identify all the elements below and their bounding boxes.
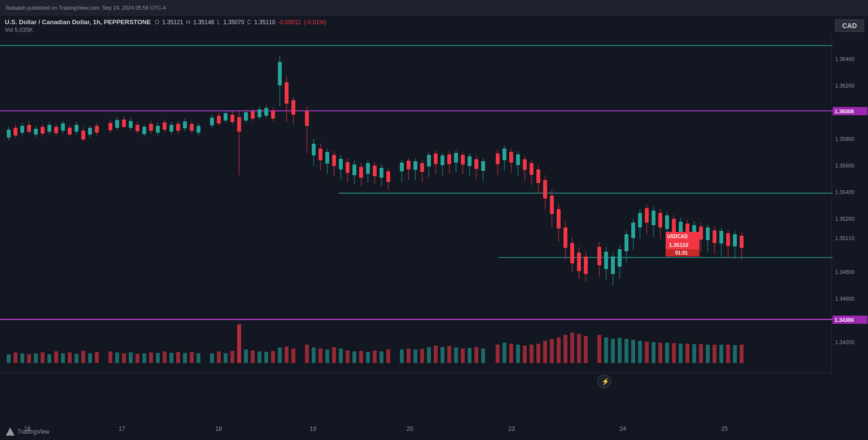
volume-line: Vol 5.035K: [5, 27, 326, 33]
svg-rect-287: [285, 347, 289, 363]
svg-rect-317: [509, 344, 513, 363]
svg-rect-276: [210, 353, 214, 363]
svg-rect-259: [81, 351, 85, 363]
svg-rect-173: [474, 159, 478, 169]
svg-rect-296: [352, 351, 356, 363]
svg-rect-129: [319, 149, 322, 160]
svg-rect-185: [523, 159, 527, 170]
svg-rect-269: [156, 353, 160, 363]
svg-rect-105: [230, 115, 234, 122]
chart-svg: 1.36400 1.36200 1.36000 1.35800 1.35600 …: [0, 15, 868, 440]
svg-rect-342: [685, 344, 689, 363]
svg-rect-308: [441, 347, 444, 363]
svg-rect-169: [461, 155, 465, 165]
change-pct: (-0.01%): [304, 19, 326, 26]
svg-rect-260: [88, 353, 92, 363]
svg-rect-143: [366, 163, 370, 174]
svg-rect-85: [156, 126, 160, 133]
svg-rect-65: [81, 131, 85, 139]
svg-rect-333: [624, 339, 628, 363]
svg-rect-181: [509, 152, 513, 163]
tradingview-logo: TradingView: [5, 426, 49, 437]
svg-rect-115: [264, 108, 268, 116]
svg-rect-299: [373, 350, 377, 363]
svg-rect-137: [346, 162, 350, 173]
svg-rect-334: [631, 340, 635, 363]
low-val: 1.35070: [223, 19, 244, 26]
svg-rect-51: [34, 129, 38, 135]
svg-rect-45: [14, 128, 17, 136]
svg-rect-253: [41, 352, 45, 363]
svg-rect-268: [149, 352, 153, 363]
svg-rect-255: [54, 351, 58, 363]
svg-rect-101: [217, 116, 221, 123]
svg-rect-319: [523, 346, 527, 363]
svg-text:1.36400: 1.36400: [835, 56, 854, 62]
high-val: 1.35148: [193, 19, 214, 26]
svg-rect-217: [638, 213, 642, 228]
svg-rect-159: [427, 155, 431, 167]
svg-rect-262: [108, 351, 112, 363]
svg-rect-288: [291, 349, 295, 363]
svg-rect-265: [129, 352, 133, 363]
svg-rect-275: [197, 353, 200, 363]
svg-rect-322: [543, 341, 547, 363]
close-label: C: [247, 19, 252, 26]
svg-rect-251: [27, 354, 31, 363]
cad-button[interactable]: CAD: [835, 19, 864, 32]
svg-rect-330: [604, 337, 608, 363]
svg-rect-256: [61, 353, 65, 363]
svg-text:18: 18: [215, 425, 222, 432]
svg-rect-274: [190, 352, 194, 363]
svg-rect-325: [563, 335, 567, 363]
svg-rect-340: [672, 343, 676, 363]
svg-text:1.35800: 1.35800: [835, 136, 854, 142]
svg-rect-283: [258, 351, 261, 363]
svg-rect-280: [237, 324, 241, 363]
svg-rect-320: [530, 345, 533, 363]
svg-rect-271: [169, 353, 173, 363]
svg-rect-225: [665, 215, 669, 229]
svg-rect-97: [197, 126, 200, 133]
svg-rect-151: [400, 163, 404, 171]
svg-text:17: 17: [119, 425, 125, 432]
svg-rect-313: [474, 347, 478, 363]
svg-marker-362: [6, 427, 15, 436]
svg-rect-329: [597, 335, 601, 363]
svg-rect-213: [624, 234, 628, 251]
svg-rect-81: [142, 127, 146, 134]
svg-rect-341: [679, 344, 683, 363]
svg-rect-111: [251, 111, 255, 119]
svg-rect-279: [230, 351, 234, 363]
svg-rect-59: [61, 123, 65, 131]
svg-rect-343: [692, 344, 696, 363]
svg-rect-123: [291, 100, 295, 115]
svg-rect-263: [115, 352, 119, 363]
header-info: U.S. Dollar / Canadian Dollar, 1h, PEPPE…: [5, 18, 326, 33]
svg-rect-43: [7, 130, 11, 137]
svg-rect-307: [434, 346, 438, 363]
change-val: -0.00012: [278, 19, 301, 26]
svg-rect-305: [420, 349, 424, 363]
svg-rect-277: [217, 351, 221, 363]
svg-text:19: 19: [310, 425, 317, 432]
svg-rect-183: [516, 154, 520, 165]
svg-rect-304: [413, 349, 417, 363]
svg-rect-95: [190, 124, 194, 131]
svg-text:1.35110: 1.35110: [669, 242, 688, 248]
svg-rect-113: [258, 109, 261, 117]
svg-text:24: 24: [620, 425, 626, 432]
svg-text:1.35400: 1.35400: [835, 189, 854, 195]
svg-rect-321: [536, 344, 540, 363]
svg-text:1.35110: 1.35110: [835, 235, 854, 241]
svg-rect-264: [122, 353, 126, 363]
svg-rect-79: [136, 125, 139, 131]
svg-rect-69: [95, 126, 99, 133]
svg-rect-73: [115, 120, 119, 128]
svg-rect-193: [550, 196, 554, 214]
svg-rect-67: [88, 128, 92, 135]
svg-rect-290: [312, 348, 316, 363]
close-val: 1.35110: [254, 19, 275, 26]
svg-rect-165: [447, 154, 451, 164]
vol-val: 5.035K: [15, 27, 33, 33]
